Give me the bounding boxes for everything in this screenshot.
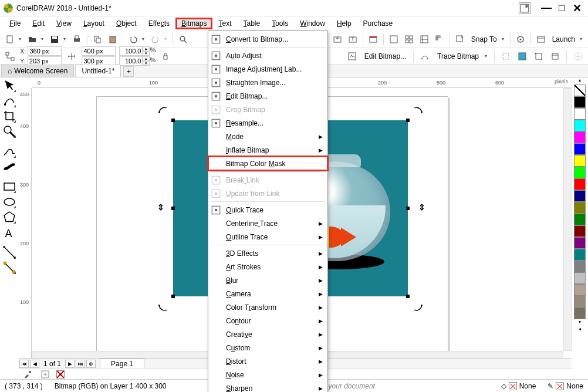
fill-swatch[interactable]: ◇None xyxy=(501,382,536,390)
freehand-tool[interactable] xyxy=(2,144,16,158)
dropdown-arrow-icon[interactable]: ▾ xyxy=(485,53,489,59)
menuitem--d-effects[interactable]: 3D Effects▶ xyxy=(208,246,327,260)
palette-up-button[interactable]: ▴ xyxy=(574,77,586,85)
menuitem-distort[interactable]: Distort▶ xyxy=(208,354,327,368)
crop-tool-button[interactable] xyxy=(499,50,512,63)
close-button[interactable]: ✕ xyxy=(569,2,584,14)
snap-to-label[interactable]: Snap To xyxy=(469,35,499,43)
publish-button[interactable] xyxy=(367,33,380,46)
snap-icon[interactable] xyxy=(454,33,467,46)
launch-label[interactable]: Launch xyxy=(550,35,577,43)
no-color-swatch[interactable] xyxy=(574,85,586,96)
add-page-button[interactable]: ⊕ xyxy=(86,360,96,368)
menu-view[interactable]: View xyxy=(50,18,77,29)
color-swatch[interactable] xyxy=(574,202,586,214)
menuitem-sharpen[interactable]: Sharpen▶ xyxy=(208,381,327,392)
palette-down-button[interactable]: ▾ xyxy=(574,319,586,326)
tab-welcome[interactable]: ⌂Welcome Screen xyxy=(1,65,74,77)
next-page-button[interactable]: ▶ xyxy=(65,360,75,368)
redo-button[interactable] xyxy=(149,33,162,46)
color-swatch[interactable] xyxy=(574,214,586,225)
dropdown-arrow-icon[interactable]: ▾ xyxy=(19,36,23,42)
color-swatch[interactable] xyxy=(574,143,586,155)
color-swatch[interactable] xyxy=(574,155,586,167)
menuitem-outline-trace[interactable]: Outline Trace▶ xyxy=(208,230,327,244)
color-swatch[interactable] xyxy=(574,190,586,202)
dropdown-arrow-icon[interactable]: ▾ xyxy=(41,36,46,42)
page-tab[interactable]: Page 1 xyxy=(100,359,144,369)
spinner[interactable]: ▴▾ xyxy=(143,56,150,66)
outline-swatch[interactable]: ✎None xyxy=(548,382,583,390)
menuitem-auto-adjust[interactable]: Auto Adjust xyxy=(208,49,327,62)
search-button[interactable] xyxy=(177,33,190,46)
menu-table[interactable]: Table xyxy=(237,18,266,29)
transform-button[interactable] xyxy=(532,50,545,63)
no-color-swatch[interactable] xyxy=(56,370,65,379)
prev-page-button[interactable]: ◀ xyxy=(30,360,39,368)
artistic-media-tool[interactable] xyxy=(2,160,16,174)
color-swatch[interactable] xyxy=(574,284,586,296)
lock-ratio-button[interactable] xyxy=(159,50,172,63)
menu-file[interactable]: File xyxy=(4,18,26,29)
menuitem-blur[interactable]: Blur▶ xyxy=(208,273,327,287)
minimize-button[interactable]: ― xyxy=(539,2,554,14)
menuitem-contour[interactable]: Contour▶ xyxy=(208,314,327,327)
ruler-vertical[interactable]: 450 400 300 200 100 xyxy=(19,88,32,359)
options-button[interactable] xyxy=(514,33,527,46)
align-button[interactable] xyxy=(433,33,446,46)
menu-tools[interactable]: Tools xyxy=(266,18,294,29)
menuitem-camera[interactable]: Camera▶ xyxy=(208,287,327,300)
spinner[interactable]: ▴▾ xyxy=(143,46,150,56)
color-swatch[interactable] xyxy=(574,131,586,143)
dropdown-arrow-icon[interactable]: ▾ xyxy=(580,36,584,42)
color-swatch[interactable] xyxy=(574,272,586,284)
menu-effects[interactable]: Effects xyxy=(143,18,175,29)
color-swatch[interactable] xyxy=(574,178,586,190)
rectangle-tool[interactable] xyxy=(2,180,16,194)
dimension-tool[interactable] xyxy=(2,245,16,259)
menu-help[interactable]: Help xyxy=(331,18,357,29)
dropdown-arrow-icon[interactable]: ▾ xyxy=(63,36,68,42)
crop-tool[interactable] xyxy=(2,109,16,123)
last-page-button[interactable]: ⏭ xyxy=(76,360,85,368)
shape-tool[interactable] xyxy=(2,94,16,108)
connector-tool[interactable] xyxy=(2,261,16,275)
docpanel-button[interactable] xyxy=(519,2,530,14)
menuitem-mode[interactable]: Mode▶ xyxy=(208,130,327,143)
edit-bitmap-icon[interactable] xyxy=(346,50,359,63)
menu-window[interactable]: Window xyxy=(294,18,331,29)
edit-bitmap-label[interactable]: Edit Bitmap... xyxy=(362,52,408,60)
color-swatch[interactable] xyxy=(574,261,586,272)
zoom-tool[interactable] xyxy=(2,124,16,138)
undo-button[interactable] xyxy=(127,33,140,46)
ellipse-tool[interactable] xyxy=(2,195,16,209)
color-swatch[interactable] xyxy=(574,237,586,249)
palette-fly-button[interactable]: ◂ xyxy=(574,326,586,333)
paste-button[interactable] xyxy=(106,33,119,46)
menuitem-color-transform[interactable]: Color Transform▶ xyxy=(208,300,327,314)
menuitem-inflate-bitmap[interactable]: Inflate Bitmap▶ xyxy=(208,143,327,157)
add-button[interactable] xyxy=(572,50,584,63)
menu-purchase[interactable]: Purchase xyxy=(357,18,399,29)
scrollbar-vertical[interactable] xyxy=(563,88,572,351)
open-button[interactable] xyxy=(26,33,39,46)
fullscreen-button[interactable] xyxy=(387,33,400,46)
x-input[interactable] xyxy=(28,46,62,56)
color-swatch[interactable] xyxy=(574,96,586,108)
trace-bitmap-label[interactable]: Trace Bitmap xyxy=(435,52,481,60)
menuitem-quick-trace[interactable]: Quick Trace xyxy=(208,203,327,217)
menuitem-bitmap-color-mask[interactable]: Bitmap Color Mask xyxy=(208,157,327,170)
color-swatch[interactable] xyxy=(574,108,586,120)
maximize-button[interactable]: ☐ xyxy=(554,2,569,14)
export-button[interactable] xyxy=(346,33,359,46)
menu-text[interactable]: Text xyxy=(212,18,237,29)
guides-button[interactable] xyxy=(418,33,431,46)
wrap-button[interactable] xyxy=(549,50,562,63)
menuitem-edit-bitmap-[interactable]: Edit Bitmap... xyxy=(208,89,327,103)
menu-bitmaps[interactable]: Bitmaps xyxy=(175,18,212,29)
new-button[interactable] xyxy=(4,33,16,46)
color-swatch[interactable] xyxy=(574,296,586,307)
color-swatch[interactable] xyxy=(574,249,586,261)
polygon-tool[interactable] xyxy=(2,210,16,224)
resample-tool-button[interactable] xyxy=(516,50,529,63)
